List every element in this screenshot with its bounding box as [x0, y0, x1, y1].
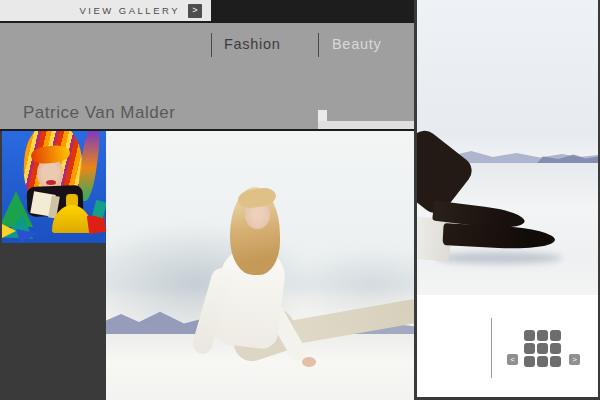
grid-cell — [524, 330, 535, 341]
gallery-thumbnail[interactable] — [2, 131, 106, 243]
tab-beauty[interactable]: Beauty — [332, 36, 381, 52]
grid-cell — [537, 356, 548, 367]
grid-cell — [524, 356, 535, 367]
grid-cell — [550, 343, 561, 354]
grid-cell — [550, 356, 561, 367]
topbar: VIEW GALLERY > — [0, 0, 211, 21]
grid-cell — [537, 343, 548, 354]
grid-cell — [524, 343, 535, 354]
grid-cell — [550, 330, 561, 341]
topbar-black-bar — [211, 0, 414, 23]
prev-button[interactable]: < — [507, 354, 518, 365]
header: Fashion Beauty Patrice Van Malder — [0, 23, 414, 129]
thumb-lips-shape — [46, 180, 56, 185]
tab-fashion[interactable]: Fashion — [224, 36, 281, 52]
page: VIEW GALLERY > Fashion Beauty Patrice Va… — [0, 0, 600, 400]
grid-cell — [537, 330, 548, 341]
shoe-shadow-shape — [437, 252, 562, 264]
thumb-red-shape — [87, 214, 106, 234]
tab-divider — [318, 33, 319, 57]
main-photo — [106, 131, 414, 400]
model-hand-shape — [302, 357, 316, 367]
step-accent-horizontal — [318, 121, 414, 129]
view-gallery-arrow-icon[interactable]: > — [188, 4, 202, 18]
thumb-blue-triangle-shape — [16, 229, 38, 243]
detail-photo — [417, 0, 598, 295]
page-title: Patrice Van Malder — [23, 103, 175, 123]
pager-divider — [491, 318, 492, 378]
right-panel: < > — [417, 0, 598, 397]
view-gallery-link[interactable]: VIEW GALLERY — [79, 0, 180, 21]
gallery-grid-button[interactable] — [524, 330, 561, 367]
tab-divider — [211, 33, 212, 57]
next-button[interactable]: > — [569, 354, 580, 365]
